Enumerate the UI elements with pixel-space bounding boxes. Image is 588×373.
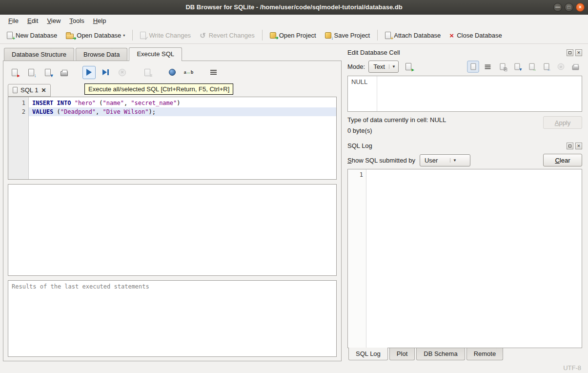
print-icon <box>61 71 68 76</box>
chevron-down-icon: ▼ <box>450 158 457 163</box>
open-in-external-icon: ▸ <box>406 63 411 70</box>
sql-log-view[interactable]: 1 <box>347 169 582 348</box>
editor-line-numbers: 12 <box>8 97 29 179</box>
edit-cell-title: Edit Database Cell <box>347 49 565 56</box>
sql-tab-close-icon[interactable]: ✕ <box>41 87 46 94</box>
dock-tab-db-schema[interactable]: DB Schema <box>416 348 465 360</box>
menu-file[interactable]: File <box>4 16 23 26</box>
paste-icon: ▾ <box>514 63 520 70</box>
cell-info-row: Type of data currently in cell: NULL 0 b… <box>346 112 583 134</box>
dock-tab-sql-log[interactable]: SQL Log <box>348 348 388 360</box>
stop-execution-button[interactable]: ✕ <box>116 66 129 79</box>
sql-editor[interactable]: 12 INSERT INTO "hero" ("name", "secret_n… <box>8 97 337 180</box>
save-sql-file-button[interactable]: ↓ <box>24 66 38 79</box>
results-grid[interactable] <box>8 184 337 276</box>
open-database-dropdown-icon[interactable]: ▾ <box>123 33 125 38</box>
cell-type-text: Type of data currently in cell: NULL <box>347 116 543 124</box>
execute-all-button[interactable] <box>82 66 96 79</box>
clear-log-button[interactable]: Clear <box>543 154 582 166</box>
copy-cell-button[interactable]: ⎘ <box>496 61 508 72</box>
open-sql-file-icon: ▸ <box>12 69 18 76</box>
save-project-button[interactable]: ↓ Save Project <box>321 29 374 41</box>
cell-editor[interactable]: NULL <box>347 76 582 112</box>
close-button[interactable]: × <box>576 3 585 12</box>
toolbar-separator <box>262 30 263 41</box>
set-null-button[interactable]: ø <box>555 61 567 72</box>
cell-toolbar: ⎘ ▾ → ← ø <box>466 60 582 73</box>
filter-label: Show SQL submitted by <box>347 157 415 164</box>
text-doc-icon <box>470 63 476 70</box>
editor-code[interactable]: INSERT INTO "hero" ("name", "secret_name… <box>29 97 336 179</box>
open-sql-file-button[interactable]: ▸ <box>8 66 21 79</box>
apply-button[interactable]: Apply <box>543 116 582 129</box>
tab-browse-data[interactable]: Browse Data <box>76 48 127 61</box>
export-results-button[interactable]: ≡ <box>141 66 154 79</box>
wrap-lines-icon <box>485 64 491 65</box>
execute-line-button[interactable] <box>99 66 112 79</box>
status-bar: UTF-8 <box>0 361 588 373</box>
export-icon: ← <box>544 63 549 70</box>
menu-tools[interactable]: Tools <box>65 16 88 26</box>
globe-icon <box>169 69 176 76</box>
menu-help[interactable]: Help <box>89 16 111 26</box>
open-project-button[interactable]: ➜ Open Project <box>266 29 320 41</box>
cell-mode-row: Mode: Text ▼ ▸ ⎘ ▾ <box>346 58 583 75</box>
log-content[interactable] <box>366 169 582 348</box>
tooltip: Execute all/selected SQL [Ctrl+Return, F… <box>84 83 233 95</box>
open-database-icon: ➜ <box>66 34 74 39</box>
save-sql-file-icon: ↓ <box>28 69 34 76</box>
sql-log-float-button[interactable] <box>567 143 573 149</box>
toolbar-separator <box>377 30 378 41</box>
mode-select[interactable]: Text ▼ <box>368 61 399 73</box>
word-wrap-button[interactable] <box>207 66 220 79</box>
dock-tab-plot[interactable]: Plot <box>389 348 415 360</box>
edit-cell-close-button[interactable]: ✕ <box>575 49 582 56</box>
dock-tab-bar: SQL Log Plot DB Schema Remote <box>346 348 583 361</box>
sql-tab[interactable]: SQL 1 ✕ <box>8 84 51 97</box>
dock-tab-remote[interactable]: Remote <box>466 348 504 360</box>
paste-cell-button[interactable]: ▾ <box>511 61 523 72</box>
write-changes-button[interactable]: ✓ Write Changes <box>136 29 195 41</box>
mode-label: Mode: <box>347 63 365 70</box>
print-cell-button[interactable] <box>569 61 581 72</box>
sql-log-close-button[interactable]: ✕ <box>575 143 582 149</box>
menu-edit[interactable]: Edit <box>23 16 42 26</box>
main-tab-bar: Database Structure Browse Data Execute S… <box>3 47 342 61</box>
cell-value: NULL <box>348 76 377 111</box>
find-replace-button[interactable]: a↔b <box>182 66 195 79</box>
wrap-lines-button[interactable] <box>482 61 493 72</box>
browse-button[interactable] <box>165 66 179 79</box>
sql-log-title: SQL Log <box>347 142 565 149</box>
sql-toolbar: ▸ ↓ ▾ ✕ <box>8 65 337 80</box>
tab-execute-sql[interactable]: Execute SQL <box>129 47 182 61</box>
chevron-down-icon: ▼ <box>389 64 396 69</box>
cell-edit-area[interactable] <box>377 76 582 111</box>
menu-view[interactable]: View <box>42 16 65 26</box>
tab-database-structure[interactable]: Database Structure <box>4 48 74 61</box>
new-database-button[interactable]: + New Database <box>3 29 61 41</box>
save-sql-as-button[interactable]: ▾ <box>41 66 54 79</box>
print-sql-button[interactable] <box>58 66 71 79</box>
export-results-icon: ≡ <box>144 69 150 76</box>
import-cell-button[interactable]: → <box>526 61 537 72</box>
attach-database-button[interactable]: + Attach Database <box>381 29 445 41</box>
execute-sql-panel: ▸ ↓ ▾ ✕ <box>3 61 342 361</box>
execute-all-icon <box>86 69 92 76</box>
open-database-button[interactable]: ➜ Open Database ▾ <box>62 29 129 41</box>
export-cell-button[interactable]: ← <box>540 61 552 72</box>
sql-tab-icon <box>13 87 18 93</box>
revert-changes-button[interactable]: ↺ Revert Changes <box>196 29 259 41</box>
toolbar-separator <box>132 30 133 41</box>
edit-cell-float-button[interactable] <box>567 49 573 56</box>
new-database-icon: + <box>7 32 13 39</box>
minimize-button[interactable]: — <box>553 3 562 12</box>
save-project-icon: ↓ <box>325 32 331 39</box>
submitted-by-select[interactable]: User ▼ <box>420 154 470 166</box>
text-mode-button[interactable] <box>467 61 479 72</box>
save-sql-as-icon: ▾ <box>45 69 51 76</box>
close-database-button[interactable]: × Close Database <box>446 29 506 41</box>
open-in-external-button[interactable]: ▸ <box>402 60 415 73</box>
maximize-button[interactable]: □ <box>565 3 573 12</box>
sql-tab-label: SQL 1 <box>20 86 38 94</box>
find-replace-icon: a↔b <box>184 70 194 75</box>
